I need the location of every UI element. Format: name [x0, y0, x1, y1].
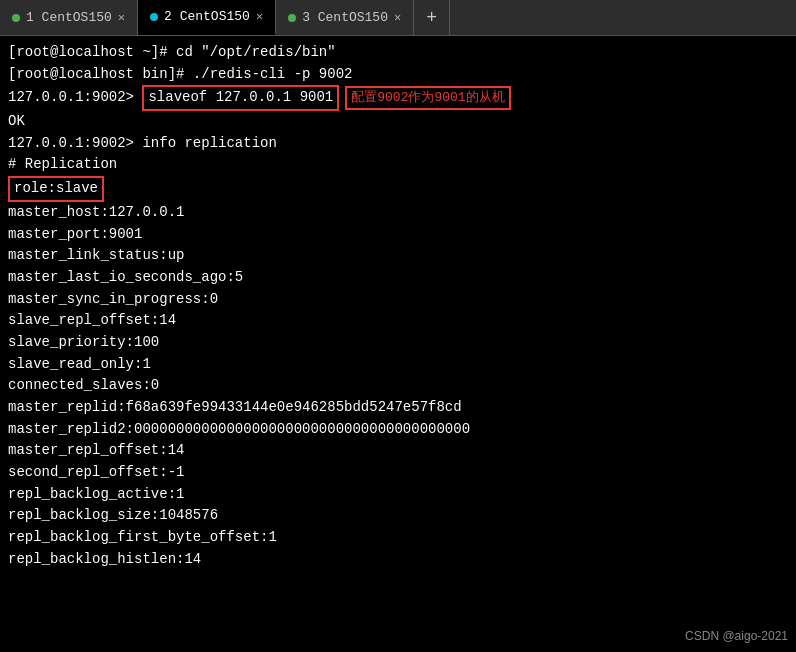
command-box: slaveof 127.0.0.1 9001: [142, 85, 339, 111]
tab-1-close-icon[interactable]: ✕: [118, 10, 125, 25]
annotation-box: 配置9002作为9001的从机: [345, 86, 510, 110]
terminal-line: master_repl_offset:14: [8, 440, 788, 462]
terminal-line: master_replid:f68a639fe99433144e0e946285…: [8, 397, 788, 419]
tab-2-close-icon[interactable]: ✕: [256, 9, 263, 24]
terminal-line: slave_repl_offset:14: [8, 310, 788, 332]
tab-3-label: 3 CentOS150: [302, 10, 388, 25]
terminal-line: repl_backlog_active:1: [8, 484, 788, 506]
tab-3[interactable]: 3 CentOS150 ✕: [276, 0, 414, 35]
tab-add-button[interactable]: +: [414, 0, 450, 35]
watermark: CSDN @aigo-2021: [685, 627, 788, 646]
tab-2-label: 2 CentOS150: [164, 9, 250, 24]
terminal-cmd-line: 127.0.0.1:9002> slaveof 127.0.0.1 9001配置…: [8, 85, 788, 111]
terminal-line: repl_backlog_first_byte_offset:1: [8, 527, 788, 549]
terminal-line: second_repl_offset:-1: [8, 462, 788, 484]
terminal-line: slave_priority:100: [8, 332, 788, 354]
terminal: [root@localhost ~]# cd "/opt/redis/bin"[…: [0, 36, 796, 652]
terminal-line: OK: [8, 111, 788, 133]
prompt: 127.0.0.1:9002>: [8, 87, 142, 109]
tab-2-dot: [150, 13, 158, 21]
terminal-line: master_link_status:up: [8, 245, 788, 267]
terminal-line: master_port:9001: [8, 224, 788, 246]
tab-1-dot: [12, 14, 20, 22]
terminal-line: # Replication: [8, 154, 788, 176]
terminal-line: repl_backlog_histlen:14: [8, 549, 788, 571]
tab-2[interactable]: 2 CentOS150 ✕: [138, 0, 276, 35]
tab-1[interactable]: 1 CentOS150 ✕: [0, 0, 138, 35]
tab-3-close-icon[interactable]: ✕: [394, 10, 401, 25]
role-line: role:slave: [8, 176, 788, 202]
terminal-line: slave_read_only:1: [8, 354, 788, 376]
tab-1-label: 1 CentOS150: [26, 10, 112, 25]
terminal-line: [root@localhost bin]# ./redis-cli -p 900…: [8, 64, 788, 86]
terminal-line: master_sync_in_progress:0: [8, 289, 788, 311]
terminal-line: 127.0.0.1:9002> info replication: [8, 133, 788, 155]
terminal-line: repl_backlog_size:1048576: [8, 505, 788, 527]
terminal-line: master_host:127.0.0.1: [8, 202, 788, 224]
tab-3-dot: [288, 14, 296, 22]
terminal-line: [root@localhost ~]# cd "/opt/redis/bin": [8, 42, 788, 64]
terminal-line: master_replid2:0000000000000000000000000…: [8, 419, 788, 441]
role-box: role:slave: [8, 176, 104, 202]
terminal-line: connected_slaves:0: [8, 375, 788, 397]
tab-bar: 1 CentOS150 ✕ 2 CentOS150 ✕ 3 CentOS150 …: [0, 0, 796, 36]
terminal-line: master_last_io_seconds_ago:5: [8, 267, 788, 289]
